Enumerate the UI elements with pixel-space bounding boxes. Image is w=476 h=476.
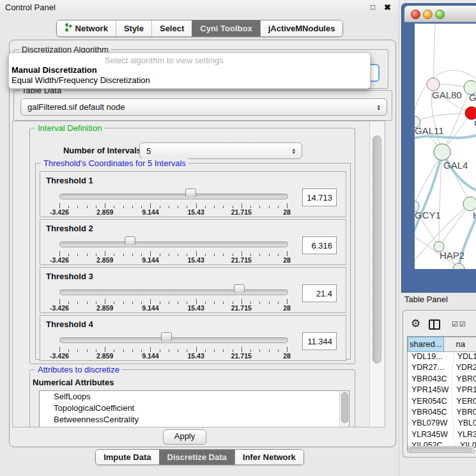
node-label-right-top-partial: GA: [469, 92, 476, 103]
threshold-value-field[interactable]: [302, 284, 337, 302]
thresholds-group: Threshold's Coordinates for 5 Intervals …: [35, 163, 351, 360]
node-bottom-partial[interactable]: [453, 263, 464, 269]
column-header-shared-name[interactable]: shared...: [408, 337, 444, 352]
bottom-tabbar: Impute Data Discretize Data Infer Networ…: [0, 449, 399, 465]
threshold-slider[interactable]: [59, 332, 287, 346]
node-label-gcy1: GCY1: [415, 210, 441, 220]
node-table: shared... na YDL19... YDL1 YDR27... YDR2…: [407, 336, 476, 451]
num-intervals-label: Number of Intervals: [49, 146, 141, 155]
table-row[interactable]: YPR145W YPR1: [408, 385, 476, 396]
table-row[interactable]: YER054C YER0: [408, 397, 476, 408]
tab-impute-data[interactable]: Impute Data: [96, 450, 158, 464]
float-window-icon[interactable]: □: [371, 3, 375, 12]
tab-style[interactable]: Style: [116, 20, 151, 36]
threshold-slider-handle[interactable]: [234, 284, 245, 293]
node-gal80[interactable]: [427, 78, 440, 91]
node-gal4[interactable]: [434, 144, 450, 160]
settings-scrollpane: Interval Definition Number of Intervals …: [12, 121, 385, 427]
table-data-selected-value: galFiltered.sif default node: [21, 102, 377, 112]
network-icon: [65, 23, 72, 34]
slider-ticks: [59, 250, 287, 256]
slider-scale-labels: -3.426 2.859 9.144 15.43 21.715 28: [59, 304, 287, 312]
slider-ticks: [59, 346, 287, 352]
threshold-value-field[interactable]: [302, 236, 337, 254]
popup-option-equal-width-frequency[interactable]: Equal Width/Frequency Discretization: [12, 75, 150, 85]
num-intervals-combobox[interactable]: 5 ▲▼: [139, 142, 302, 159]
threshold-value-field[interactable]: [302, 188, 337, 206]
gear-icon[interactable]: ⚙: [411, 317, 420, 330]
network-view-window: GAL80 GA C GAL11 GAL4 GCY1 H HAP2: [401, 3, 476, 293]
threshold-slider-handle[interactable]: [125, 236, 135, 245]
minimize-traffic-light-icon[interactable]: [423, 10, 433, 19]
threshold-value-field[interactable]: [302, 332, 337, 350]
slider-track[interactable]: [59, 289, 288, 295]
table-panel-title: Table Panel: [404, 295, 448, 304]
numerical-attributes-list[interactable]: SelfLoops TopologicalCoefficient Between…: [39, 390, 349, 427]
table-horizontal-scrollbar[interactable]: [408, 446, 474, 453]
stepper-arrows-icon: ▲▼: [292, 148, 302, 154]
settings-scrollbar[interactable]: [369, 121, 385, 427]
tab-infer-network[interactable]: Infer Network: [234, 450, 303, 464]
threshold-slider[interactable]: [59, 188, 287, 203]
table-row[interactable]: YDL19... YDL1: [408, 352, 476, 363]
threshold-slider-handle[interactable]: [185, 188, 196, 197]
threshold-rows: Threshold 1 -3.426 2.859: [40, 171, 346, 363]
close-traffic-light-icon[interactable]: [411, 10, 420, 19]
threshold-slider[interactable]: [59, 284, 287, 298]
num-intervals-value: 5: [140, 146, 292, 156]
stepper-arrows-icon: ▲▼: [377, 104, 387, 111]
list-item[interactable]: BetweennessCentrality: [40, 414, 349, 426]
zoom-traffic-light-icon[interactable]: [435, 10, 445, 19]
threshold-row: Threshold 4 -3.426 2.859: [40, 315, 346, 361]
tab-discretize-data[interactable]: Discretize Data: [159, 450, 234, 464]
table-data-combobox[interactable]: galFiltered.sif default node ▲▼: [20, 98, 387, 116]
threshold-slider[interactable]: [59, 236, 287, 250]
slider-track[interactable]: [59, 194, 288, 199]
control-panel-title: Control Panel: [5, 3, 56, 12]
select-columns-icons[interactable]: ☑☑: [452, 320, 467, 328]
threshold-label: Threshold 3: [46, 272, 93, 281]
list-scrollbar[interactable]: [339, 391, 349, 427]
table-row[interactable]: YLR345W YLR3: [408, 430, 476, 441]
threshold-row: Threshold 1 -3.426 2.859: [40, 171, 346, 217]
threshold-label: Threshold 4: [46, 319, 93, 329]
slider-track[interactable]: [59, 242, 288, 247]
thresholds-group-title: Threshold's Coordinates for 5 Intervals: [41, 158, 188, 168]
tab-jactivemnodules[interactable]: jActiveMNodules: [260, 20, 343, 36]
table-row[interactable]: YBR045C YBR0: [408, 408, 476, 418]
algorithm-dropdown-popup: Select algorithm to view settings Manual…: [8, 52, 371, 89]
network-canvas[interactable]: GAL80 GA C GAL11 GAL4 GCY1 H HAP2: [415, 24, 476, 269]
apply-button[interactable]: Apply: [163, 429, 206, 445]
slider-scale-labels: -3.426 2.859 9.144 15.43 21.715 28: [59, 256, 287, 264]
node-right-mid[interactable]: [463, 197, 476, 211]
network-window-titlebar[interactable]: [404, 6, 476, 22]
table-row[interactable]: YBR043C YBR0: [408, 374, 476, 385]
popup-option-manual-discretization[interactable]: Manual Discretization: [12, 65, 97, 75]
column-header-name[interactable]: na: [444, 337, 476, 352]
node-label-gal80: GAL80: [432, 89, 462, 100]
table-row[interactable]: YDR27... YDR2: [408, 363, 476, 374]
close-icon[interactable]: ✖: [384, 3, 391, 12]
tab-cyni-toolbox[interactable]: Cyni Toolbox: [192, 20, 259, 36]
node-label-gal11: GAL11: [415, 125, 444, 136]
list-item[interactable]: SelfLoops: [40, 391, 349, 403]
tab-network-label: Network: [75, 24, 108, 33]
columns-icon[interactable]: [429, 319, 440, 330]
threshold-row: Threshold 2 -3.426 2.859: [40, 219, 346, 265]
slider-track[interactable]: [59, 337, 288, 343]
control-panel-titlebar: Control Panel □ ✖: [0, 0, 399, 15]
threshold-slider-handle[interactable]: [161, 332, 172, 341]
tab-select[interactable]: Select: [151, 20, 192, 36]
list-item[interactable]: TopologicalCoefficient: [40, 403, 349, 414]
table-row[interactable]: YBL079W YBL0: [408, 418, 476, 429]
tab-network[interactable]: Network: [57, 20, 116, 36]
interval-definition-group: Interval Definition Number of Intervals …: [29, 128, 355, 364]
numerical-attributes-label: Numerical Attributes: [33, 378, 114, 387]
slider-ticks: [59, 298, 287, 304]
top-tabbar: Network Style Select Cyni Toolbox jActiv…: [0, 20, 399, 37]
table-header-row: shared... na: [408, 337, 476, 352]
threshold-label: Threshold 1: [46, 176, 93, 185]
attributes-group: Attributes to discretize Numerical Attri…: [29, 369, 355, 427]
node-label-right-mid-partial: H: [473, 210, 476, 220]
cyni-toolbox-panel: Discretization Algorithm Table Data galF…: [9, 40, 396, 447]
